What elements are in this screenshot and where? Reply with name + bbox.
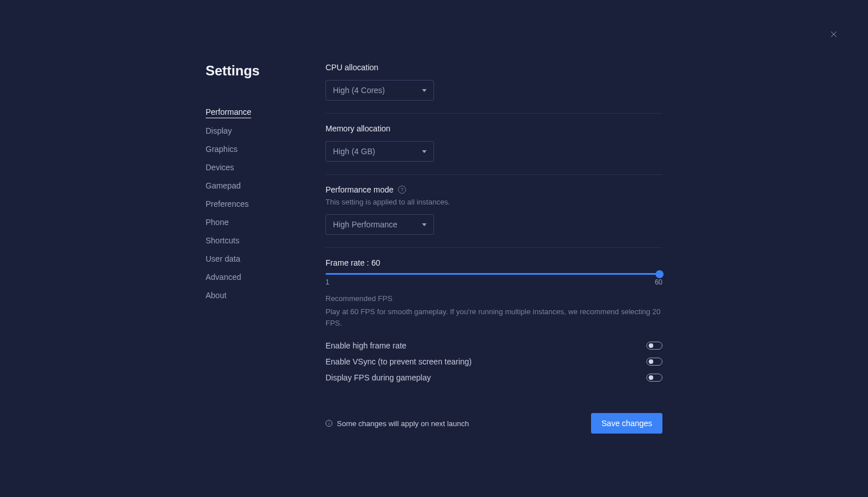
sidebar-item-about[interactable]: About [206,286,227,304]
footer: i Some changes will apply on next launch… [326,396,662,451]
section-perfmode: Performance mode ? This setting is appli… [326,175,662,248]
toggle-highframerate[interactable] [646,342,662,350]
footer-note-text: Some changes will apply on next launch [337,419,469,428]
toggle-displayfps-label: Display FPS during gameplay [326,373,431,382]
perfmode-label: Performance mode [326,185,393,194]
section-framerate: Frame rate : 60 1 60 Recommended FPS Pla… [326,248,662,396]
perfmode-select-value: High Performance [333,220,397,229]
save-button[interactable]: Save changes [591,413,662,434]
memory-select-value: High (4 GB) [333,147,375,156]
sidebar: Settings Performance Display Graphics De… [206,63,326,451]
perfmode-select[interactable]: High Performance [326,214,434,235]
cpu-select-value: High (4 Cores) [333,86,385,95]
framerate-max: 60 [655,278,662,286]
close-button[interactable] [828,29,839,40]
framerate-slider[interactable] [326,273,662,275]
section-memory: Memory allocation High (4 GB) [326,114,662,175]
recommended-fps-title: Recommended FPS [326,294,662,303]
section-cpu: CPU allocation High (4 Cores) [326,63,662,114]
toggle-displayfps[interactable] [646,374,662,382]
sidebar-item-display[interactable]: Display [206,122,232,140]
perfmode-sublabel: This setting is applied to all instances… [326,198,662,206]
cpu-label: CPU allocation [326,63,662,72]
framerate-label: Frame rate : 60 [326,258,662,267]
chevron-down-icon [422,89,427,92]
sidebar-item-devices[interactable]: Devices [206,158,234,177]
sidebar-item-gamepad[interactable]: Gamepad [206,177,240,195]
sidebar-item-userdata[interactable]: User data [206,250,240,268]
page-title: Settings [206,63,326,79]
slider-thumb[interactable] [656,270,664,278]
sidebar-item-shortcuts[interactable]: Shortcuts [206,231,239,250]
sidebar-item-advanced[interactable]: Advanced [206,268,241,286]
chevron-down-icon [422,223,427,226]
framerate-min: 1 [326,278,329,286]
toggle-vsync-label: Enable VSync (to prevent screen tearing) [326,357,472,366]
info-icon: i [326,420,332,427]
sidebar-item-phone[interactable]: Phone [206,213,228,231]
sidebar-item-performance[interactable]: Performance [206,103,251,118]
toggle-knob [649,343,653,348]
content-panel: CPU allocation High (4 Cores) Memory all… [326,63,662,451]
toggle-highframerate-label: Enable high frame rate [326,341,407,350]
toggle-knob [649,359,653,364]
help-icon[interactable]: ? [398,186,406,194]
memory-label: Memory allocation [326,124,662,133]
chevron-down-icon [422,150,427,153]
cpu-select[interactable]: High (4 Cores) [326,80,434,101]
memory-select[interactable]: High (4 GB) [326,141,434,162]
toggle-vsync[interactable] [646,358,662,366]
close-icon [829,30,838,39]
sidebar-item-preferences[interactable]: Preferences [206,195,248,213]
recommended-fps-desc: Play at 60 FPS for smooth gameplay. If y… [326,306,662,328]
sidebar-item-graphics[interactable]: Graphics [206,140,238,158]
toggle-knob [649,375,653,380]
